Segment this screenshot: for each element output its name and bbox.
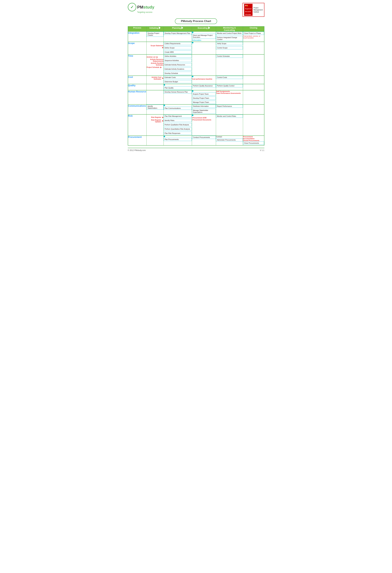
- process-label-risk: Risk: [128, 114, 147, 136]
- chart-title: PMstudy Process Chart: [175, 18, 217, 24]
- process-label-hr: Human Resource: [128, 90, 147, 105]
- cell-comm-plan: Plan Communications: [164, 105, 192, 114]
- cost-plan-items: Estimate Costs Determine Budget: [164, 76, 192, 84]
- process-label-procurement: Procurement: [128, 136, 147, 145]
- cell-cost-mon: Control Costs: [216, 76, 243, 84]
- proc-box-dev-plan: Develop Project Management Plan: [164, 32, 192, 35]
- cell-proc-mon: Contract Administer Procurements: [216, 136, 243, 145]
- exec-dot-integration: [192, 32, 193, 33]
- proc-box-create-wbs: Create WBS: [164, 51, 192, 54]
- activity-dur-est-label: Activity Duration Estimates: [147, 62, 164, 66]
- closed-proc-label: Closed Procurements: [243, 140, 259, 142]
- exec-dot-cost: [192, 76, 193, 77]
- cell-quality-init: [147, 84, 164, 90]
- proc-box-plan-quality: Plan Quality: [164, 86, 192, 90]
- hr-exec-items: Acquire Project Team Develop Project Tea…: [192, 92, 216, 104]
- logo-pm: PM: [137, 5, 143, 10]
- proc-box-verify-scope: Verify Scope: [216, 42, 243, 45]
- proc-box-report-perf: Report Performance: [216, 105, 243, 108]
- cell-time-plan: Define Activities Sequence Activities Es…: [164, 54, 192, 76]
- chart-title-wrap: PMstudy Process Chart: [128, 18, 264, 24]
- proc-box-monitor-control: Monitor and Control Project Work: [216, 32, 243, 35]
- proc-docs-label: -Procurement Documents: [192, 119, 216, 121]
- cell-scope-plan: Collect Requirements Define Scope Create…: [164, 42, 192, 54]
- header-row: Process Initiating Planning Executing: [128, 26, 264, 32]
- proc-box-estimate-costs: Estimate Costs: [164, 76, 192, 79]
- scope-plan-items: Collect Requirements Define Scope Create…: [164, 42, 192, 54]
- proc-box-direct-manage: Direct and Manage Project Execution: [192, 34, 216, 39]
- cell-proc-init: [147, 136, 164, 145]
- cell-integration-exec: Direct and Manage Project Execution Deli…: [192, 32, 216, 42]
- col-header-initiating: Initiating: [147, 26, 164, 32]
- proc-box-develop-charter: Develop Project Charter: [147, 32, 164, 37]
- logo-circle: ✓: [128, 3, 136, 11]
- col-header-executing: Executing: [192, 26, 216, 32]
- col-header-planning: Planning: [164, 26, 192, 32]
- proc-box-define-activities: Define Activities: [164, 54, 192, 58]
- executing-header-content: Executing: [192, 27, 216, 29]
- cell-quality-close: [243, 84, 264, 90]
- row-quality: Quality Plan Quality Perform Quality Ass…: [128, 84, 264, 90]
- col-header-monitoring: Monitoring &Controlling: [216, 26, 243, 32]
- logo-pmi-text: Project Management Institute: [254, 7, 263, 13]
- proj-sched-row: Project Schedule: [147, 66, 164, 69]
- footer: © 2012 PMstudy.com V 1.1: [128, 148, 264, 151]
- proc-box-determine-budget: Determine Budget: [164, 80, 192, 83]
- exec-dot-risk: [192, 115, 193, 116]
- team-perf-label: Team Performance Assessments: [216, 92, 241, 94]
- risk-register-label: Risk Register: [151, 116, 161, 118]
- mon-items-integration: Monitor and Control Project Work Perform…: [216, 32, 243, 42]
- arrow-proj-sched: [160, 67, 162, 68]
- cell-scope-mon: Verify Scope Control Scope: [216, 42, 243, 54]
- logo-left: ✓ PMstudy Targeting success: [128, 3, 154, 13]
- project-schedule-label: Project Schedule: [147, 67, 159, 68]
- planning-header-content: Planning: [164, 27, 192, 29]
- cell-integration-close: Close Project or Phase Final product, se…: [243, 32, 264, 42]
- col-header-closing: Closing: [243, 26, 264, 32]
- cell-comm-mon: Report Performance: [216, 105, 243, 114]
- exec-dot-proc: [164, 136, 165, 137]
- logo-tagline: Targeting success: [137, 11, 153, 13]
- cell-integration-mon: Monitor and Control Project Work Perform…: [216, 32, 243, 42]
- contract-label: Contract: [216, 136, 222, 138]
- cell-cost-exec: Cost performance baseline: [192, 76, 216, 84]
- cell-time-init: Activity List Activity Resource Requirem…: [147, 54, 164, 76]
- cell-hr-close: [243, 90, 264, 105]
- process-table: Process Initiating Planning Executing: [128, 26, 264, 145]
- proc-box-control-costs: Control Costs: [216, 76, 243, 79]
- cell-comm-close: [243, 105, 264, 114]
- arrow-cost-est: [162, 77, 164, 79]
- risk-reg-row: Risk Register: [147, 116, 164, 119]
- row-communications: Communications Identify Stakeholders Pla…: [128, 105, 264, 114]
- proc-box-manage-team: Manage Project Team: [192, 101, 216, 104]
- close-sub-integration: Final product, service, or result transi…: [243, 35, 264, 39]
- proc-box-perf-quality-assurance: Perform Quality Assurance: [192, 84, 216, 87]
- cell-quality-exec: Perform Quality Assurance: [192, 84, 216, 90]
- proc-box-dev-hr-plan: Develop Human Resource Plan: [164, 90, 192, 93]
- header: ✓ PMstudy Targeting success PM Registere…: [128, 3, 264, 17]
- activity-list-label: Activity List: [147, 56, 156, 58]
- proc-box-monitor-control-risks: Monitor and Control Risks: [216, 115, 243, 118]
- planning-label: Planning: [172, 27, 181, 29]
- proc-box-plan-risk-mgmt: Plan Risk Management: [164, 115, 192, 118]
- cell-risk-mon: Monitor and Control Risks: [216, 114, 243, 136]
- proc-box-quantitative-risk: Perform Quantitative Risk Analysis: [164, 127, 192, 130]
- proc-box-acquire-team: Acquire Project Team: [192, 92, 216, 96]
- proc-box-control-schedule: Control Schedule: [216, 54, 243, 58]
- cell-hr-plan: Develop Human Resource Plan: [164, 90, 192, 105]
- proc-box-define-scope: Define Scope: [164, 46, 192, 49]
- risk-reg-upd-row: Risk Register Updates: [147, 119, 164, 123]
- cell-scope-close: [243, 42, 264, 54]
- cell-risk-exec: -Procurement SOW -Procurement Documents: [192, 114, 216, 136]
- cell-proc-exec: Conduct Procurements: [192, 136, 216, 145]
- cell-comm-exec: Distribute Information Manage Stakeholde…: [192, 105, 216, 114]
- proc-box-administer-proc: Administer Procurements: [216, 138, 243, 142]
- activity-res-req-label: Activity Resource Requirements: [147, 58, 164, 62]
- cost-baseline-label: Cost performance baseline: [192, 78, 216, 80]
- process-label-integration: Integration: [128, 32, 147, 42]
- proc-box-collect-req: Collect Requirements: [164, 42, 192, 45]
- proc-box-develop-schedule: Develop Schedule: [164, 72, 192, 75]
- proc-box-distribute-info: Distribute Information: [192, 105, 216, 108]
- proc-box-manage-stakeholder: Manage Stakeholder Expectations: [192, 109, 216, 114]
- arrow-scope-right: [162, 47, 164, 48]
